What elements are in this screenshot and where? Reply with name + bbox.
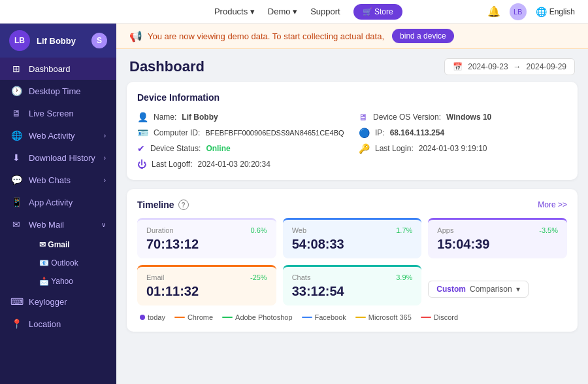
last-logoff-value: 2024-01-03 20:20:34 bbox=[198, 160, 270, 169]
stat-web-label: Web bbox=[292, 226, 306, 234]
custom-comparison-dropdown[interactable]: Custom Comparison ▾ bbox=[428, 281, 528, 298]
legend-ms365: Microsoft 365 bbox=[355, 313, 412, 321]
sidebar-item-web-chats[interactable]: 💬 Web Chats › bbox=[0, 169, 116, 191]
sidebar-item-web-activity[interactable]: 🌐 Web Activity › bbox=[0, 124, 116, 147]
legend-adobe: Adobe Photoshop bbox=[222, 313, 292, 321]
last-login-item: 🔑 Last Login: 2024-01-03 9:19:10 bbox=[359, 143, 567, 154]
legend-today: today bbox=[140, 313, 165, 321]
sidebar-username: Lif Bobby bbox=[37, 36, 76, 46]
sidebar-item-keylogger[interactable]: ⌨ Keylogger bbox=[0, 290, 116, 313]
device-info-card: Device Information 👤 Name: Lif Bobby 🖥 D… bbox=[127, 82, 578, 180]
demo-menu[interactable]: Demo ▾ bbox=[268, 7, 297, 16]
stat-duration-pct: 0.6% bbox=[251, 226, 267, 234]
stat-email-pct: -25% bbox=[250, 273, 267, 281]
more-link[interactable]: More >> bbox=[538, 200, 567, 209]
nav-links: Products ▾ Demo ▾ Support 🛒 Store bbox=[214, 4, 402, 20]
device-status-label: Device Status: bbox=[150, 144, 201, 153]
stat-label-row: Chats 3.9% bbox=[292, 273, 413, 281]
gmail-icon: ✉ bbox=[39, 240, 48, 249]
login-icon: 🔑 bbox=[359, 143, 370, 154]
sidebar-item-live-screen[interactable]: 🖥 Live Screen bbox=[0, 102, 116, 124]
bind-device-button[interactable]: bind a device bbox=[392, 29, 454, 43]
timeline-header: Timeline ? More >> bbox=[137, 200, 567, 210]
web-icon: 🌐 bbox=[10, 130, 22, 141]
device-os-value: Windows 10 bbox=[446, 113, 491, 122]
mail-icon: ✉ bbox=[10, 219, 22, 230]
sidebar-item-label: Keylogger bbox=[29, 297, 67, 307]
date-arrow: → bbox=[514, 62, 521, 71]
legend-chrome: Chrome bbox=[174, 313, 213, 321]
sidebar-item-dashboard[interactable]: ⊞ Dashboard bbox=[0, 58, 116, 80]
device-os-label: Device OS Version: bbox=[373, 113, 441, 122]
date-end: 2024-09-29 bbox=[527, 62, 566, 71]
sidebar-item-label: App Activity bbox=[29, 198, 73, 207]
support-link[interactable]: Support bbox=[310, 7, 340, 16]
legend-facebook: Facebook bbox=[302, 313, 346, 321]
sidebar-item-app-activity[interactable]: 📱 App Activity bbox=[0, 191, 116, 213]
status-icon: ✔ bbox=[137, 143, 145, 154]
last-logoff-item: ⏻ Last Logoff: 2024-01-03 20:20:34 bbox=[137, 159, 346, 169]
user-avatar[interactable]: LB bbox=[510, 3, 527, 20]
sidebar-item-web-mail[interactable]: ✉ Web Mail ∨ bbox=[0, 213, 116, 236]
sidebar-item-desktop-time[interactable]: 🕐 Desktop Time bbox=[0, 80, 116, 102]
alert-text: You are now viewing demo data. To start … bbox=[148, 31, 384, 41]
device-os-item: 🖥 Device OS Version: Windows 10 bbox=[359, 112, 567, 122]
dropdown-text: Comparison bbox=[470, 285, 512, 294]
chevron-right-icon: › bbox=[104, 132, 106, 139]
last-login-label: Last Login: bbox=[375, 144, 414, 153]
language-selector[interactable]: 🌐 English bbox=[536, 7, 575, 17]
dashboard-icon: ⊞ bbox=[10, 63, 22, 74]
stat-web-pct: 1.7% bbox=[396, 226, 412, 234]
outlook-icon: 📧 bbox=[39, 258, 51, 268]
sidebar-item-label: Download History bbox=[29, 153, 95, 163]
alert-icon: 📢 bbox=[129, 30, 142, 43]
help-icon[interactable]: ? bbox=[178, 200, 189, 210]
stat-label-row: Email -25% bbox=[146, 273, 267, 281]
date-range-picker[interactable]: 📅 2024-09-23 → 2024-09-29 bbox=[444, 58, 575, 75]
stat-duration-label: Duration bbox=[146, 226, 174, 234]
sidebar-item-label: Location bbox=[29, 319, 61, 329]
page-title: Dashboard bbox=[129, 58, 204, 75]
timeline-title-group: Timeline ? bbox=[137, 200, 189, 210]
legend-adobe-line bbox=[222, 317, 233, 318]
app-icon: 📱 bbox=[10, 197, 22, 207]
timeline-title-text: Timeline bbox=[137, 200, 174, 210]
products-menu[interactable]: Products ▾ bbox=[214, 7, 255, 16]
device-status-item: ✔ Device Status: Online bbox=[137, 143, 346, 154]
sidebar-item-download-history[interactable]: ⬇ Download History › bbox=[0, 147, 116, 169]
main-content: 📢 You are now viewing demo data. To star… bbox=[116, 24, 588, 384]
globe-icon: 🌐 bbox=[536, 7, 547, 17]
stat-label-row: Web 1.7% bbox=[292, 226, 413, 234]
dropdown-custom-label: Custom bbox=[436, 285, 466, 294]
legend-chrome-line bbox=[174, 317, 185, 318]
legend-facebook-label: Facebook bbox=[315, 313, 346, 321]
stat-apps-value: 15:04:39 bbox=[437, 237, 558, 252]
store-button[interactable]: 🛒 Store bbox=[353, 4, 402, 20]
stat-label-row: Duration 0.6% bbox=[146, 226, 267, 234]
main-layout: LB Lif Bobby S ⊞ Dashboard 🕐 Desktop Tim… bbox=[0, 24, 588, 384]
computer-id-label: Computer ID: bbox=[154, 128, 200, 137]
sidebar-item-gmail[interactable]: ✉ Gmail bbox=[29, 236, 116, 254]
chevron-down-icon: ∨ bbox=[101, 221, 106, 228]
sidebar-item-yahoo[interactable]: 📩 Yahoo bbox=[29, 272, 116, 290]
chevron-right-icon: › bbox=[104, 177, 106, 184]
sidebar-header: LB Lif Bobby S bbox=[0, 24, 116, 58]
last-logoff-label: Last Logoff: bbox=[152, 160, 193, 169]
stat-duration-value: 70:13:12 bbox=[146, 237, 267, 252]
legend-chrome-label: Chrome bbox=[188, 313, 213, 321]
notification-bell-icon[interactable]: 🔔 bbox=[487, 5, 500, 18]
sidebar-item-outlook[interactable]: 📧 Outlook bbox=[29, 254, 116, 272]
ip-item: 🔵 IP: 68.164.113.254 bbox=[359, 128, 567, 138]
monitor-icon: 🖥 bbox=[359, 112, 368, 122]
stat-email: Email -25% 01:11:32 bbox=[137, 265, 276, 305]
legend-adobe-label: Adobe Photoshop bbox=[235, 313, 292, 321]
timeline-card: Timeline ? More >> Duration 0.6% 70:13:1… bbox=[127, 189, 578, 332]
ip-label: IP: bbox=[375, 128, 385, 137]
device-name-value: Lif Bobby bbox=[182, 113, 218, 122]
sidebar-item-location[interactable]: 📍 Location bbox=[0, 313, 116, 335]
legend-ms365-line bbox=[355, 317, 366, 318]
gmail-label: Gmail bbox=[48, 240, 69, 249]
language-label: English bbox=[549, 7, 575, 16]
last-login-value: 2024-01-03 9:19:10 bbox=[419, 144, 487, 153]
person-icon: 👤 bbox=[137, 112, 148, 122]
